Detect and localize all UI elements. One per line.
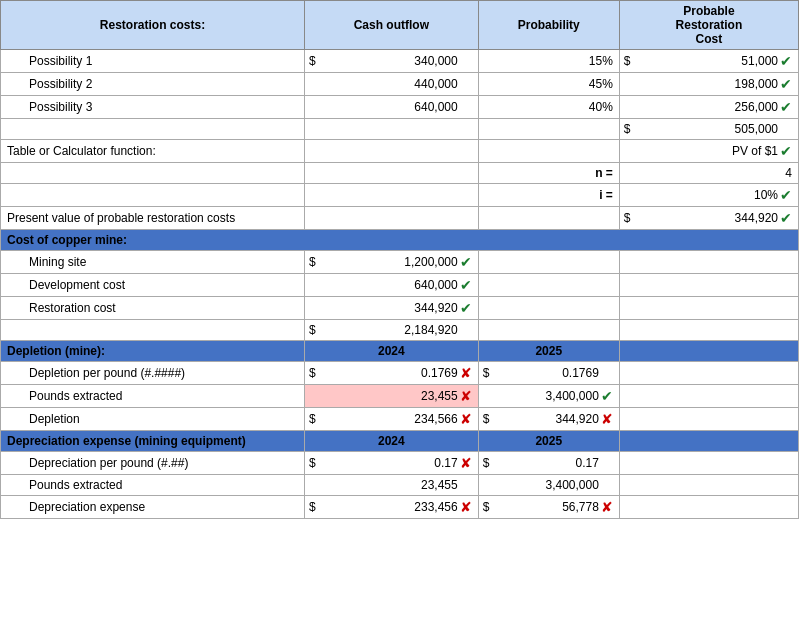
subtotal-1-label [1,119,305,140]
depletion-val-prob: $ 344,920 ✘ [478,408,619,431]
depl-pounds-prc [619,385,798,408]
dev-cost-row: Development cost 640,000 ✔ [1,274,799,297]
possibility-3-row: Possibility 3 640,000 40% 256,000 ✔ [1,96,799,119]
dep-2024-header: 2024 [305,431,479,452]
check-icon: ✔ [458,277,474,293]
cash-value: 0.17 [323,456,458,470]
pv-row: Present value of probable restoration co… [1,207,799,230]
cost-header-row: Cost of copper mine: [1,230,799,251]
total-cost-label [1,320,305,341]
subtotal-1-prob [478,119,619,140]
possibility-1-row: Possibility 1 $ 340,000 15% $ 51,000 ✔ [1,50,799,73]
total-cost-prc [619,320,798,341]
cash-value: 344,920 [323,301,458,315]
depl-per-pound-prob: $ 0.1769 [478,362,619,385]
dep-per-pound-prob: $ 0.17 [478,452,619,475]
depletion-val-prc [619,408,798,431]
possibility-3-prob: 40% [478,96,619,119]
possibility-2-prob: 45% [478,73,619,96]
cash-value: 440,000 [323,77,458,91]
possibility-2-row: Possibility 2 440,000 45% 198,000 ✔ [1,73,799,96]
dep-expense-label: Depreciation expense [1,496,305,519]
col-header-label: Restoration costs: [1,1,305,50]
cash-value: 340,000 [323,54,458,68]
table-calc-label: Table or Calculator function: [1,140,305,163]
possibility-3-label: Possibility 3 [1,96,305,119]
prob-value: 0.1769 [497,366,599,380]
i-cash [305,184,479,207]
prc-value: 10% [638,188,778,202]
dollar-sign: $ [309,412,323,426]
possibility-1-prc: $ 51,000 ✔ [619,50,798,73]
col-header-prob: Probability [478,1,619,50]
depreciation-header-label: Depreciation expense (mining equipment) [1,431,305,452]
prc-value: 505,000 [638,122,778,136]
dollar-sign: $ [483,412,497,426]
mining-site-prc [619,251,798,274]
depreciation-header-row: Depreciation expense (mining equipment) … [1,431,799,452]
n-prc: 4 [619,163,798,184]
subtotal-1-prc: $ 505,000 [619,119,798,140]
dep-expense-row: Depreciation expense $ 233,456 ✘ $ 56,77… [1,496,799,519]
depl-pounds-cash: 23,455 ✘ [305,385,479,408]
col-header-cash: Cash outflow [305,1,479,50]
pv-cash [305,207,479,230]
rest-cost-row: Restoration cost 344,920 ✔ [1,297,799,320]
dollar-sign: $ [624,54,638,68]
dollar-sign: $ [483,456,497,470]
rest-cost-prob [478,297,619,320]
subtotal-1-row: $ 505,000 [1,119,799,140]
dev-cost-prob [478,274,619,297]
total-cost-row: $ 2,184,920 [1,320,799,341]
depletion-val-label: Depletion [1,408,305,431]
depl-per-pound-cash: $ 0.1769 ✘ [305,362,479,385]
dollar-sign: $ [309,456,323,470]
cost-header-label: Cost of copper mine: [1,230,799,251]
possibility-1-cash: $ 340,000 [305,50,479,73]
prc-value: PV of $1 [638,144,778,158]
check-icon: ✔ [458,254,474,270]
cash-value: 23,455 [323,478,458,492]
prc-value: 198,000 [638,77,778,91]
table-calc-cash [305,140,479,163]
depletion-2024-header: 2024 [305,341,479,362]
mining-site-prob [478,251,619,274]
n-cash [305,163,479,184]
dep-pounds-row: Pounds extracted 23,455 3,400,000 [1,475,799,496]
i-prob: i = [478,184,619,207]
check-icon: ✔ [778,143,794,159]
rest-cost-prc [619,297,798,320]
i-prc: 10% ✔ [619,184,798,207]
cash-value: 233,456 [323,500,458,514]
dollar-sign: $ [309,500,323,514]
cross-icon: ✘ [458,411,474,427]
n-prob: n = [478,163,619,184]
possibility-1-label: Possibility 1 [1,50,305,73]
dollar-sign: $ [624,122,638,136]
cash-value: 640,000 [323,278,458,292]
cross-icon: ✘ [599,499,615,515]
prc-value: 51,000 [638,54,778,68]
cash-value: 640,000 [323,100,458,114]
dep-pounds-label: Pounds extracted [1,475,305,496]
possibility-2-cash: 440,000 [305,73,479,96]
dep-expense-prob: $ 56,778 ✘ [478,496,619,519]
dollar-sign: $ [309,54,323,68]
dollar-sign: $ [309,255,323,269]
dollar-sign: $ [309,366,323,380]
dollar-sign: $ [309,323,323,337]
dep-expense-cash: $ 233,456 ✘ [305,496,479,519]
dep-per-pound-label: Depreciation per pound (#.##) [1,452,305,475]
cash-value: 0.1769 [323,366,458,380]
pv-prob [478,207,619,230]
pv-prc: $ 344,920 ✔ [619,207,798,230]
n-label [1,163,305,184]
total-cost-prob [478,320,619,341]
cash-value: 2,184,920 [323,323,458,337]
dep-expense-prc [619,496,798,519]
cross-icon: ✘ [458,455,474,471]
dollar-sign: $ [483,366,497,380]
check-icon: ✔ [778,53,794,69]
possibility-2-label: Possibility 2 [1,73,305,96]
dev-cost-label: Development cost [1,274,305,297]
